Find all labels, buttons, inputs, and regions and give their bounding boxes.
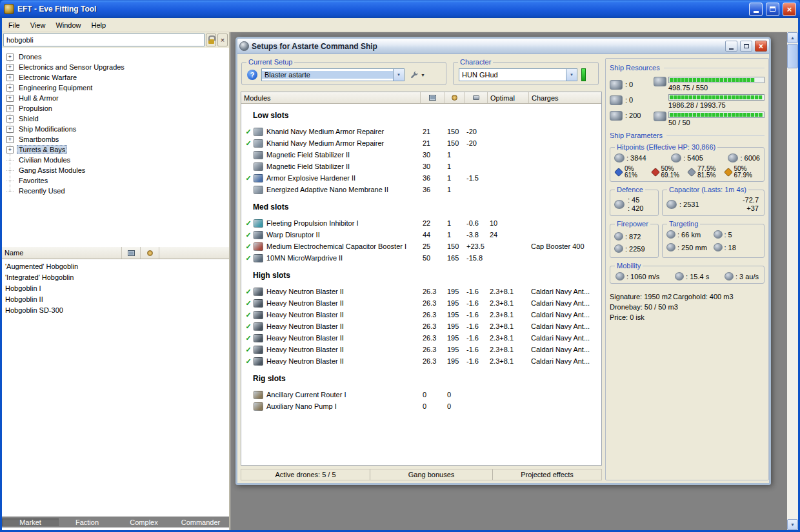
tree-item-ship-modifications[interactable]: +Ship Modifications: [2, 124, 229, 134]
module-row[interactable]: ✓Heavy Neutron Blaster II26.3195-1.62.3+…: [241, 332, 601, 344]
expand-icon[interactable]: +: [6, 64, 14, 71]
module-icon: [254, 346, 263, 354]
menu-item-help[interactable]: Help: [86, 20, 112, 30]
maximize-button[interactable]: [766, 3, 779, 16]
expand-icon[interactable]: +: [6, 146, 14, 153]
minimize-button[interactable]: [749, 3, 763, 16]
footer-active-drones[interactable]: Active drones: 5 / 5: [241, 469, 370, 480]
module-row[interactable]: ✓Heavy Neutron Blaster II26.3195-1.62.3+…: [241, 344, 601, 355]
current-setup-group: Current Setup ? Blaster astarte ▼ ▼: [241, 62, 446, 85]
module-name: Ancillary Current Router I: [266, 391, 421, 399]
tab-faction[interactable]: Faction: [59, 518, 115, 526]
module-row[interactable]: ✓Warp Disruptor II441-3.824: [241, 229, 601, 241]
capacitor-column-header[interactable]: [465, 92, 488, 103]
module-row[interactable]: ✓Khanid Navy Medium Armor Repairer21150-…: [241, 137, 601, 149]
scroll-up-button[interactable]: ▲: [787, 32, 798, 43]
module-icon: [254, 151, 263, 159]
tree-item-recently-used[interactable]: Recently Used: [2, 186, 229, 196]
close-button[interactable]: ×: [783, 3, 796, 16]
footer-gang-bonuses[interactable]: Gang bonuses: [370, 469, 493, 480]
tree-item-drones[interactable]: +Drones: [2, 52, 229, 62]
chevron-down-icon[interactable]: ▼: [393, 69, 404, 81]
module-row[interactable]: ✓Khanid Navy Medium Armor Repairer21150-…: [241, 126, 601, 137]
menu-item-view[interactable]: View: [25, 20, 51, 30]
cpu-column-header[interactable]: [421, 92, 445, 103]
expand-icon[interactable]: +: [6, 126, 14, 133]
list-item[interactable]: 'Integrated' Hobgoblin: [2, 271, 229, 282]
footer-projected-effects[interactable]: Projected effects: [493, 469, 601, 480]
expand-icon[interactable]: +: [6, 84, 14, 92]
search-input[interactable]: [3, 34, 205, 46]
powergrid-column-header[interactable]: [445, 92, 465, 103]
powergrid-column-header[interactable]: [141, 247, 159, 259]
module-row[interactable]: Magnetic Field Stabilizer II301: [241, 161, 601, 172]
tree-item-civilian-modules[interactable]: Civilian Modules: [2, 155, 229, 165]
tree-item-turrets-bays[interactable]: +Turrets & Bays: [2, 144, 229, 155]
module-row[interactable]: ✓Heavy Neutron Blaster II26.3195-1.62.3+…: [241, 320, 601, 332]
scroll-thumb[interactable]: [787, 44, 798, 68]
tab-complex[interactable]: Complex: [115, 518, 172, 526]
setup-tools-button[interactable]: ▼: [408, 70, 427, 81]
modules-column-header[interactable]: Modules: [241, 92, 421, 103]
module-row[interactable]: Magnetic Field Stabilizer II301: [241, 149, 601, 161]
setup-window-titlebar[interactable]: Setups for Astarte Command Ship ×: [237, 39, 769, 54]
module-row[interactable]: ✓10MN MicroWarpdrive II50165-15.8: [241, 252, 601, 264]
tree-item-favorites[interactable]: Favorites: [2, 175, 229, 186]
optimal-column-header[interactable]: Optimal: [488, 92, 529, 103]
module-row[interactable]: ✓Heavy Neutron Blaster II26.3195-1.62.3+…: [241, 286, 601, 297]
expand-icon[interactable]: +: [6, 105, 14, 112]
mdi-scrollbar[interactable]: ▲ ▼: [787, 32, 798, 530]
cpu-column-header[interactable]: [122, 247, 141, 259]
turret-hardpoints-icon: [610, 80, 623, 90]
current-setup-label: Current Setup: [246, 58, 294, 66]
module-row[interactable]: ✓Fleeting Propulsion Inhibitor I221-0.61…: [241, 217, 601, 229]
tree-item-shield[interactable]: +Shield: [2, 113, 229, 124]
setup-close-button[interactable]: ×: [755, 41, 767, 52]
menu-item-file[interactable]: File: [3, 20, 25, 30]
expand-icon[interactable]: +: [6, 136, 14, 143]
lock-button[interactable]: [206, 34, 216, 46]
tree-item-gang-assist-modules[interactable]: Gang Assist Modules: [2, 165, 229, 175]
app-titlebar[interactable]: EFT - Eve Fitting Tool ×: [0, 0, 800, 18]
module-row[interactable]: ✓Heavy Neutron Blaster II26.3195-1.62.3+…: [241, 309, 601, 320]
module-cap-use: -1.6: [465, 311, 488, 319]
tree-item-propulsion[interactable]: +Propulsion: [2, 103, 229, 113]
modules-table-body: Low slots✓Khanid Navy Medium Armor Repai…: [241, 104, 601, 412]
expand-icon[interactable]: +: [6, 95, 14, 102]
expand-icon[interactable]: +: [6, 115, 14, 123]
module-row[interactable]: Energized Adaptive Nano Membrane II361: [241, 184, 601, 195]
tab-market[interactable]: Market: [2, 518, 59, 526]
chevron-down-icon[interactable]: ▼: [566, 69, 577, 81]
help-button[interactable]: ?: [247, 70, 257, 80]
launcher-hardpoints-icon: [610, 95, 623, 105]
tree-item-smartbombs[interactable]: +Smartbombs: [2, 134, 229, 144]
setup-maximize-button[interactable]: [740, 41, 752, 52]
tree-item-electronics-and-sensor-upgrades[interactable]: +Electronics and Sensor Upgrades: [2, 62, 229, 72]
module-row[interactable]: ✓Armor Explosive Hardener II361-1.5: [241, 172, 601, 184]
module-powergrid: 195: [445, 311, 465, 319]
module-row[interactable]: Auxiliary Nano Pump I00: [241, 400, 601, 412]
module-row[interactable]: ✓Medium Electrochemical Capacitor Booste…: [241, 241, 601, 252]
tree-item-engineering-equipment[interactable]: +Engineering Equipment: [2, 83, 229, 93]
tab-commander[interactable]: Commander: [172, 518, 229, 526]
list-item[interactable]: Hobgoblin SD-300: [2, 304, 229, 315]
module-row[interactable]: ✓Heavy Neutron Blaster II26.3195-1.62.3+…: [241, 355, 601, 367]
setup-minimize-button[interactable]: [725, 41, 737, 52]
expand-icon[interactable]: +: [6, 74, 14, 81]
list-item[interactable]: Hobgoblin I: [2, 282, 229, 293]
module-row[interactable]: Ancillary Current Router I00: [241, 389, 601, 400]
character-group: Character HUN GHud ▼: [453, 62, 599, 85]
setup-select[interactable]: Blaster astarte ▼: [261, 68, 405, 81]
menu-item-window[interactable]: Window: [50, 20, 86, 30]
character-select[interactable]: HUN GHud ▼: [459, 68, 577, 81]
list-item[interactable]: 'Augmented' Hobgoblin: [2, 261, 229, 271]
charges-column-header[interactable]: Charges: [529, 92, 601, 103]
name-column-header[interactable]: Name: [2, 247, 122, 259]
list-item[interactable]: Hobgoblin II: [2, 293, 229, 304]
tree-item-hull-armor[interactable]: +Hull & Armor: [2, 93, 229, 103]
tree-item-electronic-warfare[interactable]: +Electronic Warfare: [2, 72, 229, 83]
clear-search-button[interactable]: ×: [217, 34, 228, 46]
expand-icon[interactable]: +: [6, 54, 14, 61]
module-row[interactable]: ✓Heavy Neutron Blaster II26.3195-1.62.3+…: [241, 297, 601, 309]
scroll-down-button[interactable]: ▼: [787, 519, 798, 530]
